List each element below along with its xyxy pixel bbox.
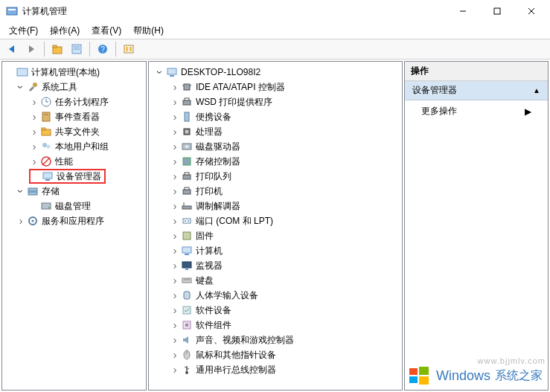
device-label: 打印队列: [196, 170, 231, 183]
chevron-right-icon[interactable]: [170, 216, 180, 226]
tree-item-event-viewer[interactable]: 事件查看器: [4, 109, 144, 124]
usb-icon: [181, 364, 193, 376]
chevron-right-icon[interactable]: [170, 112, 180, 122]
chevron-right-icon[interactable]: [29, 141, 39, 152]
svg-rect-3: [494, 8, 500, 14]
device-label: 存储控制器: [196, 155, 240, 168]
chevron-right-icon[interactable]: [170, 186, 180, 196]
svg-rect-50: [183, 175, 191, 179]
chevron-right-icon[interactable]: [170, 260, 180, 271]
tree-services[interactable]: 服务和应用程序: [4, 213, 144, 228]
chevron-right-icon[interactable]: [170, 171, 180, 181]
chevron-right-icon[interactable]: [170, 320, 180, 330]
device-item-cpu[interactable]: 处理器: [150, 124, 400, 139]
tree-item-task-scheduler[interactable]: 任务计划程序: [4, 94, 144, 109]
tree-root[interactable]: 计算机管理(本地): [4, 65, 144, 80]
up-button[interactable]: [48, 40, 66, 58]
properties-button[interactable]: [68, 40, 86, 58]
device-icon: [42, 170, 54, 182]
device-label: 固件: [196, 230, 214, 242]
device-item-printqueue[interactable]: 打印队列: [150, 169, 400, 184]
chevron-right-icon[interactable]: [170, 364, 180, 375]
collapse-icon[interactable]: ▲: [533, 86, 540, 94]
chevron-right-icon[interactable]: [170, 350, 180, 360]
device-item-diskdrive[interactable]: 磁盘驱动器: [150, 139, 400, 154]
device-item-modem[interactable]: 调制解调器: [150, 199, 400, 213]
chevron-right-icon[interactable]: [170, 275, 180, 286]
chevron-right-icon[interactable]: [170, 335, 180, 345]
device-label: 处理器: [196, 126, 223, 138]
tree-item-shared-folders[interactable]: 共享文件夹: [4, 124, 144, 139]
chevron-right-icon[interactable]: [29, 156, 39, 167]
tree-system-tools[interactable]: 系统工具: [4, 80, 144, 94]
svg-rect-60: [182, 247, 191, 253]
device-item-monitor[interactable]: 监视器: [150, 258, 400, 273]
device-root[interactable]: DESKTOP-1LO98I2: [150, 65, 400, 80]
help-button[interactable]: ?: [94, 40, 112, 58]
svg-rect-63: [185, 269, 188, 270]
device-item-hid[interactable]: 人体学输入设备: [150, 288, 400, 303]
device-item-printer[interactable]: 打印机: [150, 184, 400, 199]
minimize-button[interactable]: [446, 0, 480, 22]
chevron-right-icon[interactable]: [170, 201, 180, 211]
device-label: 调制解调器: [196, 200, 240, 213]
close-button[interactable]: [514, 0, 549, 22]
actions-more[interactable]: 更多操作 ▶: [405, 100, 548, 122]
menu-view[interactable]: 查看(V): [87, 23, 126, 39]
menu-action[interactable]: 操作(A): [45, 23, 84, 39]
perf-icon: [40, 155, 52, 167]
chevron-down-icon[interactable]: [16, 82, 26, 92]
device-item-ports[interactable]: 端口 (COM 和 LPT): [150, 213, 400, 228]
device-item-audio[interactable]: 声音、视频和游戏控制器: [150, 332, 400, 347]
chevron-right-icon[interactable]: [170, 97, 180, 107]
device-item-usb[interactable]: 通用串行总线控制器: [150, 362, 400, 377]
tree-item-device-manager[interactable]: 设备管理器: [4, 169, 144, 184]
chevron-right-icon[interactable]: [29, 97, 39, 107]
chevron-right-icon[interactable]: [170, 231, 180, 241]
device-item-keyboard[interactable]: 键盘: [150, 273, 400, 288]
navigation-tree[interactable]: 计算机管理(本地) 系统工具 任务计划程序事件查看器共享文件夹本地用户和组性能设…: [1, 61, 147, 391]
device-item-firmware[interactable]: 固件: [150, 228, 400, 243]
device-item-wsd[interactable]: WSD 打印提供程序: [150, 94, 400, 109]
chevron-right-icon[interactable]: [170, 305, 180, 315]
menu-help[interactable]: 帮助(H): [129, 23, 168, 39]
chevron-right-icon[interactable]: [170, 156, 180, 167]
toolbar-separator: [115, 42, 116, 57]
svg-rect-43: [185, 98, 189, 100]
chevron-right-icon[interactable]: [170, 245, 180, 256]
chevron-down-icon[interactable]: [16, 186, 26, 196]
tree-item-disk-management[interactable]: 磁盘管理: [4, 199, 144, 213]
device-item-storagectl[interactable]: 存储控制器: [150, 154, 400, 169]
chevron-right-icon[interactable]: [29, 126, 39, 137]
svg-rect-31: [28, 188, 37, 191]
chevron-right-icon[interactable]: [170, 126, 180, 137]
device-item-swcomp[interactable]: 软件组件: [150, 318, 400, 332]
chevron-right-icon[interactable]: [170, 141, 180, 152]
svg-rect-54: [182, 206, 191, 209]
device-item-ide[interactable]: IDE ATA/ATAPI 控制器: [150, 80, 400, 94]
show-hide-button[interactable]: [120, 40, 138, 58]
chevron-right-icon[interactable]: [29, 112, 39, 122]
maximize-button[interactable]: [480, 0, 514, 22]
svg-rect-64: [182, 278, 191, 283]
device-item-swdev[interactable]: 软件设备: [150, 303, 400, 318]
device-item-computer[interactable]: 计算机: [150, 243, 400, 258]
actions-context[interactable]: 设备管理器 ▲: [405, 81, 548, 100]
tree-storage[interactable]: 存储: [4, 184, 144, 199]
back-button[interactable]: [3, 40, 21, 58]
svg-rect-29: [43, 173, 52, 179]
tree-item-performance[interactable]: 性能: [4, 154, 144, 169]
book-icon: [40, 111, 52, 123]
menu-file[interactable]: 文件(F): [4, 23, 42, 39]
swcomp-icon: [181, 319, 193, 331]
chevron-right-icon[interactable]: [170, 82, 180, 92]
forward-button[interactable]: [22, 40, 40, 58]
chevron-right-icon[interactable]: [170, 290, 180, 301]
chevron-right-icon[interactable]: [16, 216, 26, 226]
storage-icon: [27, 185, 39, 197]
tree-item-local-users[interactable]: 本地用户和组: [4, 139, 144, 154]
device-item-mouse[interactable]: 鼠标和其他指针设备: [150, 347, 400, 362]
device-item-portable[interactable]: 便携设备: [150, 109, 400, 124]
device-tree[interactable]: DESKTOP-1LO98I2 IDE ATA/ATAPI 控制器WSD 打印提…: [148, 61, 403, 391]
chevron-down-icon[interactable]: [155, 67, 165, 77]
